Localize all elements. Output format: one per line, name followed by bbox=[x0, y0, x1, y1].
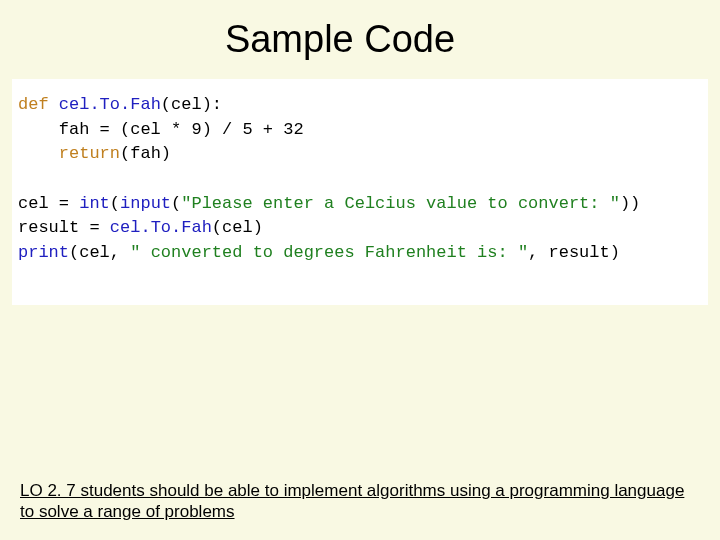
code-text: (cel, bbox=[69, 243, 130, 262]
string-literal: "Please enter a Celcius value to convert… bbox=[181, 194, 620, 213]
code-text: , result) bbox=[528, 243, 620, 262]
builtin-input: input bbox=[120, 194, 171, 213]
code-text: ( bbox=[171, 194, 181, 213]
code-block: def cel.To.Fah(cel): fah = (cel * 9) / 5… bbox=[12, 79, 708, 305]
code-text: )) bbox=[620, 194, 640, 213]
code-text: (fah) bbox=[120, 144, 171, 163]
function-name: cel.To.Fah bbox=[59, 95, 161, 114]
code-text: cel = bbox=[18, 194, 79, 213]
keyword-return: return bbox=[59, 144, 120, 163]
keyword-def: def bbox=[18, 95, 49, 114]
builtin-print: print bbox=[18, 243, 69, 262]
code-text: result = bbox=[18, 218, 110, 237]
function-call: cel.To.Fah bbox=[110, 218, 212, 237]
code-text: ( bbox=[110, 194, 120, 213]
builtin-int: int bbox=[79, 194, 110, 213]
learning-objective: LO 2. 7 students should be able to imple… bbox=[20, 480, 700, 523]
slide-title: Sample Code bbox=[0, 0, 720, 71]
code-text: (cel) bbox=[212, 218, 263, 237]
code-text: (cel): bbox=[161, 95, 222, 114]
code-text: fah = (cel * 9) / 5 + 32 bbox=[18, 120, 304, 139]
string-literal: " converted to degrees Fahrenheit is: " bbox=[130, 243, 528, 262]
